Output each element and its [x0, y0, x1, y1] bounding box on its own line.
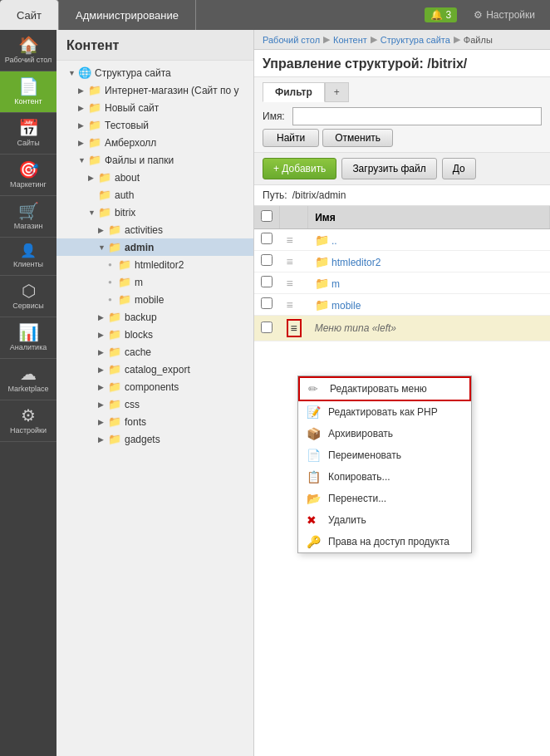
sidebar-item-analytics[interactable]: 📊 Аналитика	[0, 317, 56, 359]
marketing-icon: 🎯	[18, 161, 39, 178]
tree-item-fonts[interactable]: ▶ 📁 fonts	[56, 413, 253, 430]
sidebar-item-marketing[interactable]: 🎯 Маркетинг	[0, 155, 56, 196]
add-button[interactable]: + Добавить	[263, 158, 336, 179]
context-menu-item-copy[interactable]: 📋 Копировать...	[298, 466, 471, 488]
sidebar-item-marketplace[interactable]: ☁ Marketplace	[0, 359, 56, 400]
tree-item-catalog-export[interactable]: ▶ 📁 catalog_export	[56, 361, 253, 378]
sidebar-item-services[interactable]: ⬡ Сервисы	[0, 276, 56, 317]
sidebar-label-settings: Настройки	[10, 426, 47, 434]
tree-item-auth[interactable]: ▶ 📁 auth	[56, 186, 253, 204]
tree-title: Контент	[56, 30, 253, 61]
filename[interactable]: htmleditor2	[331, 257, 381, 268]
tab-site[interactable]: Сайт	[0, 0, 59, 30]
tree-item-mobile[interactable]: ● 📁 mobile	[56, 291, 253, 308]
tree-item-htmleditor2[interactable]: ● 📁 htmleditor2	[56, 256, 253, 273]
breadcrumb-structure[interactable]: Структура сайта	[381, 35, 450, 45]
sidebar-item-shop[interactable]: 🛒 Магазин	[0, 196, 56, 238]
context-menu-item-rename[interactable]: 📄 Переименовать	[298, 444, 471, 466]
arrow-icon: ▶	[98, 226, 108, 234]
breadcrumb-files: Файлы	[464, 35, 493, 45]
context-menu-item-move[interactable]: 📂 Перенести...	[298, 488, 471, 509]
context-menu-item-archive[interactable]: 📦 Архивировать	[298, 423, 471, 444]
tree-item-newsite[interactable]: ▶ 📁 Новый сайт	[56, 99, 253, 116]
context-menu-label: Редактировать меню	[330, 383, 427, 395]
upload-button[interactable]: Загрузить файл	[341, 158, 436, 179]
sidebar-item-content[interactable]: 📄 Контент	[0, 71, 56, 113]
folder-icon: 📁	[118, 293, 131, 306]
breadcrumb-content[interactable]: Контент	[333, 35, 367, 45]
notification-badge[interactable]: 🔔 3	[425, 7, 457, 22]
tab-admin[interactable]: Администрирование	[59, 0, 196, 30]
th-name: Имя	[308, 206, 550, 229]
tree-item-test[interactable]: ▶ 📁 Тестовый	[56, 116, 253, 134]
context-menu-item-edit-menu[interactable]: ✏ Редактировать меню	[298, 376, 471, 401]
tree-item-backup[interactable]: ▶ 📁 backup	[56, 308, 253, 326]
tree-item-amber[interactable]: ▶ 📁 Амберхолл	[56, 134, 253, 151]
folder-icon: 📁	[108, 380, 121, 393]
tree-item-gadgets[interactable]: ▶ 📁 gadgets	[56, 430, 253, 448]
tree-item-admin[interactable]: ▼ 📁 admin	[56, 238, 253, 256]
select-all-checkbox[interactable]	[261, 210, 273, 222]
sites-icon: 📅	[18, 120, 39, 136]
tree-item-shop[interactable]: ▶ 📁 Интернет-магазин (Сайт по у	[56, 81, 253, 99]
filename[interactable]: m	[331, 278, 340, 290]
breadcrumb-desktop[interactable]: Рабочий стол	[263, 35, 320, 45]
row-checkbox[interactable]	[261, 297, 273, 309]
tree-item-components[interactable]: ▶ 📁 components	[56, 378, 253, 395]
context-menu-item-delete[interactable]: ✖ Удалить	[298, 509, 471, 531]
access-icon: 🔑	[307, 535, 322, 548]
tree-item-structure[interactable]: ▼ 🌐 Структура сайта	[56, 64, 253, 81]
menu-type-label: Меню типа «left»	[315, 322, 396, 334]
tree-item-activities[interactable]: ▶ 📁 activities	[56, 221, 253, 238]
settings-top-btn[interactable]: ⚙ Настройки	[465, 9, 543, 21]
page-title: Управление структурой: /bitrix/	[254, 50, 550, 77]
context-menu-item-access[interactable]: 🔑 Права на доступ продукта	[298, 531, 471, 552]
row-checkbox[interactable]	[261, 276, 273, 287]
path-value: /bitrix/admin	[292, 189, 346, 201]
sidebar-label-content: Контент	[14, 97, 42, 106]
context-menu-label: Редактировать как PHP	[328, 406, 438, 418]
filter-tabs: Фильтр +	[263, 82, 542, 102]
tree-item-css[interactable]: ▶ 📁 css	[56, 395, 253, 413]
row-checkbox[interactable]	[261, 233, 273, 244]
drag-handle-icon: ≡	[287, 298, 293, 312]
arrow-icon: ▶	[78, 86, 88, 95]
menu-type-icon[interactable]: ≡	[287, 319, 302, 337]
filter-tab-main[interactable]: Фильтр	[263, 82, 325, 102]
table-wrapper: Имя ≡ 📁 .. ≡ 📁 htmleditor2	[254, 206, 550, 341]
tree-item-about[interactable]: ▶ 📁 about	[56, 169, 253, 186]
tree-item-files[interactable]: ▼ 📁 Файлы и папки	[56, 151, 253, 169]
tree-item-blocks[interactable]: ▶ 📁 blocks	[56, 326, 253, 343]
tree-item-label: backup	[125, 312, 157, 323]
folder-icon: 📁	[108, 398, 121, 410]
tree-item-m[interactable]: ● 📁 m	[56, 273, 253, 291]
filter-tab-add[interactable]: +	[325, 82, 349, 102]
sidebar-item-sites[interactable]: 📅 Сайты	[0, 113, 56, 155]
sidebar-item-settings[interactable]: ⚙ Настройки	[0, 400, 56, 442]
arrow-icon: ▶	[78, 104, 88, 112]
file-table: Имя ≡ 📁 .. ≡ 📁 htmleditor2	[254, 206, 550, 341]
filename[interactable]: ..	[331, 235, 337, 247]
tree-item-bitrix[interactable]: ▼ 📁 bitrix	[56, 204, 253, 221]
dot-icon: ●	[108, 261, 118, 268]
tree-item-cache[interactable]: ▶ 📁 cache	[56, 343, 253, 361]
path-row: Путь: /bitrix/admin	[254, 185, 550, 206]
copy-icon: 📋	[307, 470, 322, 484]
cancel-button[interactable]: Отменить	[322, 129, 393, 147]
filename[interactable]: mobile	[331, 300, 361, 312]
arrow-icon: ▶	[98, 418, 108, 426]
dot-icon: ●	[108, 296, 118, 303]
tree-item-label: components	[125, 381, 179, 393]
tree-item-label: cache	[125, 346, 151, 358]
filter-name-input[interactable]	[292, 107, 542, 125]
row-checkbox[interactable]	[261, 254, 273, 266]
more-button[interactable]: До	[442, 158, 476, 179]
rename-icon: 📄	[307, 449, 322, 462]
sidebar-item-clients[interactable]: 👤 Клиенты	[0, 238, 56, 276]
folder-icon: 📁	[98, 171, 111, 184]
tree-item-label: Тестовый	[105, 120, 149, 131]
find-button[interactable]: Найти	[263, 129, 319, 147]
row-checkbox[interactable]	[261, 322, 273, 333]
context-menu-item-edit-php[interactable]: 📝 Редактировать как PHP	[298, 401, 471, 423]
sidebar-item-desktop[interactable]: 🏠 Рабочий стол	[0, 30, 56, 71]
